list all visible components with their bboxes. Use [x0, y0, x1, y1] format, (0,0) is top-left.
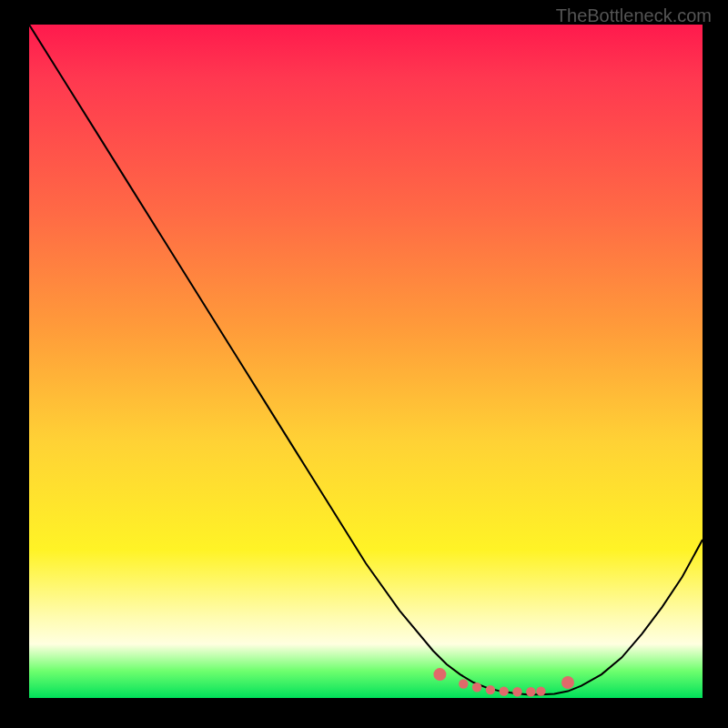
marker-group: [433, 668, 574, 696]
marker-point: [536, 686, 545, 695]
marker-point: [486, 685, 495, 694]
plot-area: [29, 25, 703, 698]
chart-container: TheBottleneck.com: [0, 0, 728, 728]
marker-point: [500, 686, 509, 695]
watermark-text: TheBottleneck.com: [556, 5, 712, 26]
markers-svg: [29, 25, 703, 698]
marker-point: [512, 687, 521, 696]
marker-point: [433, 668, 446, 681]
marker-point: [472, 682, 481, 692]
marker-point: [561, 676, 574, 689]
marker-point: [459, 679, 468, 688]
marker-point: [526, 687, 535, 696]
